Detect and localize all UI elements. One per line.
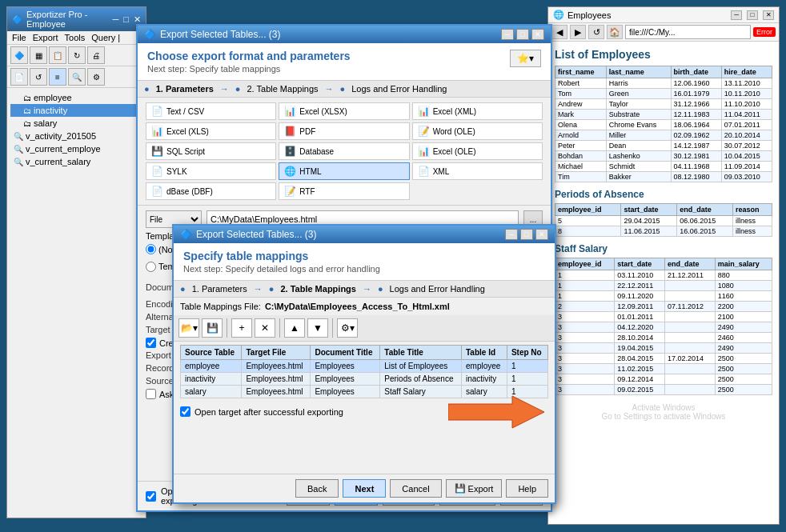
fmt-xml[interactable]: 📄 XML xyxy=(412,162,543,180)
m-step-2[interactable]: 2. Table Mappings xyxy=(280,284,356,294)
export-maximize[interactable]: □ xyxy=(516,29,529,40)
fmt-sql[interactable]: 💾 SQL Script xyxy=(146,142,276,160)
step-1[interactable]: 1. Parameters xyxy=(156,84,214,94)
step-2[interactable]: 2. Table Mappings xyxy=(247,84,318,94)
tree-item-v-activity[interactable]: 🔍 v_activity_201505 xyxy=(10,130,142,142)
mapping-remove-btn[interactable]: ✕ xyxy=(255,318,275,338)
menu-export[interactable]: Export xyxy=(33,33,58,42)
menu-tools[interactable]: Tools xyxy=(65,33,86,42)
view-icon-3: 🔍 xyxy=(14,158,23,166)
template-none-radio[interactable] xyxy=(146,244,156,254)
export-dialog-icon: 🔷 xyxy=(144,29,156,40)
tb-btn-8[interactable]: ≡ xyxy=(49,68,66,86)
open-target-checkbox-bg[interactable] xyxy=(146,491,156,502)
fmt-excel-xml[interactable]: 📊 Excel (XML) xyxy=(412,102,543,120)
cancel-button[interactable]: Cancel xyxy=(390,479,441,498)
fmt-sylk-icon: 📄 xyxy=(151,166,163,177)
fmt-pdf[interactable]: 📕 PDF xyxy=(279,122,409,140)
export-minimize[interactable]: ─ xyxy=(501,29,514,40)
browser-win-maximize[interactable]: □ xyxy=(747,10,758,20)
mapping-more-btn[interactable]: ⚙▾ xyxy=(337,318,358,338)
mapping-down-btn[interactable]: ▼ xyxy=(307,318,328,338)
fmt-rtf[interactable]: 📝 RTF xyxy=(279,182,409,200)
bg-win-maximize[interactable]: □ xyxy=(123,14,129,24)
bg-app-icon: 🔷 xyxy=(12,14,23,25)
nav-refresh[interactable]: ↺ xyxy=(588,25,604,39)
tree-item-v-current-employe[interactable]: 🔍 v_current_employe xyxy=(10,142,142,155)
browser-win-close[interactable]: ✕ xyxy=(763,10,774,20)
export-button[interactable]: 💾 Export xyxy=(446,479,503,498)
tree-item-inactivity[interactable]: 🗂 inactivity xyxy=(10,104,142,117)
browser-win-minimize[interactable]: ─ xyxy=(731,10,742,20)
nav-forward[interactable]: ▶ xyxy=(570,25,586,39)
menu-query[interactable]: Query | xyxy=(91,33,120,42)
mapping-maximize[interactable]: □ xyxy=(520,229,533,240)
star-button[interactable]: ⭐▾ xyxy=(510,50,541,67)
mapping-add-btn[interactable]: + xyxy=(231,318,252,338)
mapping-dialog-icon: 🔷 xyxy=(180,229,192,240)
tb-btn-7[interactable]: ↺ xyxy=(30,68,47,86)
step-3[interactable]: Logs and Error Handling xyxy=(351,84,447,94)
address-bar[interactable] xyxy=(625,25,751,39)
tb-btn-9[interactable]: 🔍 xyxy=(68,68,86,86)
ask-checkbox[interactable] xyxy=(146,389,156,399)
tb-btn-2[interactable]: ▦ xyxy=(30,46,47,64)
fmt-database[interactable]: 🗄️ Database xyxy=(279,142,409,160)
back-button[interactable]: Back xyxy=(295,479,339,498)
sal-col-2: start_date xyxy=(615,258,665,270)
tree-item-v-current-salary[interactable]: 🔍 v_current_salary xyxy=(10,155,142,168)
fmt-word[interactable]: 📝 Word (OLE) xyxy=(412,122,543,140)
fmt-dbase-icon: 📄 xyxy=(151,186,163,197)
fmt-sql-icon: 💾 xyxy=(151,146,163,157)
tb-btn-1[interactable]: 🔷 xyxy=(10,46,28,64)
tb-btn-3[interactable]: 📋 xyxy=(49,46,66,64)
nav-home[interactable]: 🏠 xyxy=(607,25,623,39)
tb-btn-4[interactable]: ↻ xyxy=(68,46,86,64)
tb-btn-6[interactable]: 📄 xyxy=(10,68,28,86)
nav-back[interactable]: ◀ xyxy=(551,25,567,39)
mapping-close[interactable]: ✕ xyxy=(535,229,548,240)
export-dialog-titlebar: 🔷 Export Selected Tables... (3) ─ □ ✕ xyxy=(138,26,551,43)
fmt-html[interactable]: 🌐 HTML xyxy=(279,162,409,180)
mapping-dialog: 🔷 Export Selected Tables... (3) ─ □ ✕ Sp… xyxy=(172,224,556,504)
bg-win-close[interactable]: ✕ xyxy=(134,14,141,25)
create-checkbox[interactable] xyxy=(146,338,156,348)
col-hire-date: hire_date xyxy=(721,66,772,78)
help-button[interactable]: Help xyxy=(506,479,548,498)
fmt-excel-ole[interactable]: 📊 Excel (OLE) xyxy=(412,142,543,160)
m-step-3[interactable]: Logs and Error Handling xyxy=(390,284,485,294)
tb-btn-misc[interactable]: ⚙ xyxy=(87,68,105,86)
mapping-header-subtitle: Next step: Specify detailed logs and err… xyxy=(183,264,545,274)
tree-item-salary[interactable]: 🗂 salary xyxy=(10,117,142,130)
mapping-open-btn[interactable]: 📂▾ xyxy=(178,318,199,338)
col-doc-title: Document Title xyxy=(311,346,380,360)
view-icon-2: 🔍 xyxy=(14,145,23,154)
open-target-checkbox[interactable] xyxy=(180,406,190,417)
mapping-save-btn[interactable]: 💾 xyxy=(202,318,223,338)
m-step-1[interactable]: 1. Parameters xyxy=(192,284,247,294)
template-file-radio[interactable] xyxy=(146,262,156,272)
next-button[interactable]: Next xyxy=(343,479,386,498)
fmt-text-csv[interactable]: 📄 Text / CSV xyxy=(146,102,276,120)
mapping-row[interactable]: employeeEmployees.htmlEmployeesList of E… xyxy=(181,360,548,373)
salary-row: 311.02.20152500 xyxy=(555,364,772,374)
export-header-title: Choose export format and parameters xyxy=(147,50,541,62)
export-close[interactable]: ✕ xyxy=(531,29,544,40)
fmt-excel-xls-icon: 📊 xyxy=(151,126,163,137)
salary-row: 301.01.20112100 xyxy=(555,312,772,322)
mapping-row[interactable]: inactivityEmployees.htmlEmployeesPeriods… xyxy=(181,373,548,386)
tree-item-employee[interactable]: 🗂 employee xyxy=(10,91,142,104)
browser-icon: 🌐 xyxy=(553,10,564,20)
browser-titlebar: 🌐 Employees ─ □ ✕ xyxy=(548,7,779,23)
fmt-excel-xls[interactable]: 📊 Excel (XLS) xyxy=(146,122,276,140)
bg-win-minimize[interactable]: ─ xyxy=(113,14,119,24)
mapping-minimize[interactable]: ─ xyxy=(505,229,518,240)
fmt-excel-xlsx[interactable]: 📊 Excel (XLSX) xyxy=(279,102,409,120)
fmt-dbase[interactable]: 📄 dBase (DBF) xyxy=(146,182,276,200)
bg-app-titlebar: 🔷 Exportizer Pro - Employee ─ □ ✕ xyxy=(7,7,146,31)
menu-file[interactable]: File xyxy=(12,33,26,42)
mapping-up-btn[interactable]: ▲ xyxy=(284,318,305,338)
mappings-file-row: Table Mappings File: C:\MyData\Employees… xyxy=(174,298,555,315)
tb-btn-5[interactable]: 🖨 xyxy=(87,46,105,64)
fmt-sylk[interactable]: 📄 SYLK xyxy=(146,162,276,180)
